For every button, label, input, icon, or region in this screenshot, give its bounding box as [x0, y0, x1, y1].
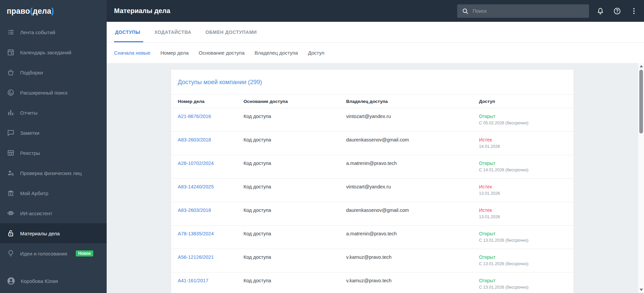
- target-icon: [7, 89, 15, 97]
- table-icon: [7, 149, 15, 157]
- filter-case-number[interactable]: Номер дела: [160, 50, 189, 56]
- case-number-link[interactable]: А78-13835/2024: [178, 231, 214, 236]
- case-number-link[interactable]: А28-10702/2024: [178, 161, 214, 166]
- sidebar-item-collections[interactable]: Подборки: [0, 62, 107, 82]
- access-basis: Код доступа: [244, 202, 346, 225]
- accesses-card: Доступы моей компании (299) Номер дела О…: [171, 70, 574, 293]
- access-owner: daurenkassenov@gmail.com: [346, 132, 479, 155]
- sidebar-item-feed[interactable]: Лента событий: [0, 22, 107, 42]
- sidebar-item-case-files[interactable]: Материалы дела: [0, 223, 107, 243]
- access-status: Открыт: [479, 231, 567, 236]
- robot-icon: [7, 209, 15, 217]
- scrollbar-thumb[interactable]: [639, 70, 643, 133]
- case-number-link[interactable]: А83-2603/2018: [178, 208, 211, 213]
- main-area: Материалы дела ДОСТУПЫ ХОДАТАЙСТВА ОБМЕН…: [107, 0, 644, 293]
- tab-access-exchange[interactable]: ОБМЕН ДОСТУПАМИ: [204, 22, 258, 42]
- search-input[interactable]: [457, 4, 589, 18]
- filter-access-basis[interactable]: Основание доступа: [199, 50, 245, 56]
- tab-accesses[interactable]: ДОСТУПЫ: [114, 22, 141, 42]
- lock-open-icon: [7, 229, 15, 237]
- column-header-owner: Владелец доступа: [346, 99, 479, 104]
- access-basis: Код доступа: [244, 179, 346, 202]
- sidebar-item-person-check[interactable]: Проверка физических лиц: [0, 163, 107, 183]
- sort-filter-bar: Сначала новые Номер дела Основание досту…: [107, 43, 644, 63]
- avatar-icon: [7, 277, 15, 285]
- access-date: С 13.01.2026 (бессрочно): [479, 238, 567, 243]
- access-owner: daurenkassenov@gmail.com: [346, 202, 479, 225]
- sidebar: право(дела) Лента событий Календарь засе…: [0, 0, 107, 293]
- case-number-link[interactable]: А83-14240/2025: [178, 184, 214, 189]
- app-logo[interactable]: право(дела): [0, 0, 107, 22]
- access-status: Открыт: [479, 254, 567, 260]
- search-icon: [462, 7, 469, 15]
- filter-access-owner[interactable]: Владелец доступа: [255, 50, 298, 56]
- sidebar-item-calendar[interactable]: Календарь заседаний: [0, 42, 107, 62]
- tabs-bar: ДОСТУПЫ ХОДАТАЙСТВА ОБМЕН ДОСТУПАМИ: [107, 22, 644, 43]
- access-status: Открыт: [479, 278, 567, 283]
- case-number-link[interactable]: А83-2603/2018: [178, 137, 211, 142]
- sidebar-item-my-arbitr[interactable]: Мой Арбитр: [0, 183, 107, 203]
- sidebar-item-ideas[interactable]: Идеи и голосования Новое: [0, 243, 107, 263]
- case-number-link[interactable]: А21-8676/2016: [178, 114, 211, 119]
- basket-icon: [7, 68, 15, 76]
- table-row[interactable]: А83-2603/2018 Код доступа daurenkassenov…: [171, 202, 574, 226]
- access-date: С 13.01.2026 (бессрочно): [479, 261, 567, 266]
- logo-paren-close: ): [51, 7, 54, 16]
- sidebar-item-ai-assistant[interactable]: ИИ-ассистент: [0, 203, 107, 223]
- access-owner: v.kamuz@pravo.tech: [346, 249, 479, 272]
- case-number-link[interactable]: А41-161/2017: [178, 278, 208, 283]
- filter-newest-first[interactable]: Сначала новые: [114, 50, 150, 56]
- help-icon[interactable]: [613, 7, 621, 15]
- calendar-icon: [7, 48, 15, 56]
- table-row[interactable]: А41-161/2017 Код доступа v.kamuz@pravo.t…: [171, 273, 574, 293]
- filter-access[interactable]: Доступ: [308, 50, 324, 56]
- access-owner: a.matrenin@pravo.tech: [346, 155, 479, 178]
- bell-icon[interactable]: [596, 7, 604, 15]
- access-date: С 14.01.2026 (бессрочно): [479, 168, 567, 172]
- table-row[interactable]: А56-12126/2021 Код доступа v.kamuz@pravo…: [171, 249, 574, 273]
- access-basis: Код доступа: [244, 249, 346, 272]
- sidebar-item-registries[interactable]: Реестры: [0, 143, 107, 163]
- lightbulb-icon: [7, 249, 15, 257]
- table-header: Номер дела Основание доступа Владелец до…: [171, 95, 574, 108]
- table-row[interactable]: А78-13835/2024 Код доступа a.matrenin@pr…: [171, 226, 574, 249]
- topbar-icons: [596, 7, 638, 15]
- access-basis: Код доступа: [244, 226, 346, 249]
- access-basis: Код доступа: [244, 155, 346, 178]
- bank-icon: [7, 189, 15, 197]
- access-basis: Код доступа: [244, 273, 346, 293]
- access-basis: Код доступа: [244, 108, 346, 131]
- scroll-up-arrow[interactable]: [640, 65, 643, 67]
- person-search-icon: [7, 169, 15, 177]
- access-basis: Код доступа: [244, 132, 346, 155]
- tab-motions[interactable]: ХОДАТАЙСТВА: [153, 22, 192, 42]
- access-date: 13.01.2026: [479, 191, 567, 196]
- sidebar-item-notes[interactable]: Заметки: [0, 123, 107, 143]
- logo-text: право: [7, 7, 30, 16]
- access-date: 14.01.2026: [479, 144, 567, 149]
- note-icon: [7, 129, 15, 137]
- sidebar-item-reports[interactable]: Отчеты: [0, 103, 107, 123]
- new-badge: Новое: [76, 250, 93, 256]
- kebab-menu-icon[interactable]: [630, 7, 638, 15]
- vertical-scrollbar[interactable]: [638, 63, 644, 293]
- access-date: С 13.01.2026 (бессрочно): [479, 285, 567, 290]
- column-header-access: Доступ: [479, 99, 567, 104]
- table-row[interactable]: А21-8676/2016 Код доступа vintozart@yand…: [171, 108, 574, 132]
- case-number-link[interactable]: А56-12126/2021: [178, 254, 214, 260]
- search-box: [457, 4, 589, 18]
- access-owner: vintozart@yandex.ru: [346, 179, 479, 202]
- scroll-down-arrow[interactable]: [640, 289, 643, 291]
- feed-icon: [7, 28, 15, 36]
- table-row[interactable]: А83-14240/2025 Код доступа vintozart@yan…: [171, 179, 574, 202]
- logo-paren-open: (: [30, 7, 33, 16]
- sidebar-item-advanced-search[interactable]: Расширенный поиск: [0, 82, 107, 103]
- access-status: Открыт: [479, 114, 567, 119]
- access-owner: v.kamuz@pravo.tech: [346, 273, 479, 293]
- user-profile[interactable]: Коробова Юлия: [0, 269, 107, 293]
- table-body: А21-8676/2016 Код доступа vintozart@yand…: [171, 108, 574, 293]
- table-row[interactable]: А83-2603/2018 Код доступа daurenkassenov…: [171, 132, 574, 155]
- access-status: Истек: [479, 208, 567, 213]
- page-title: Материалы дела: [114, 7, 170, 15]
- table-row[interactable]: А28-10702/2024 Код доступа a.matrenin@pr…: [171, 155, 574, 179]
